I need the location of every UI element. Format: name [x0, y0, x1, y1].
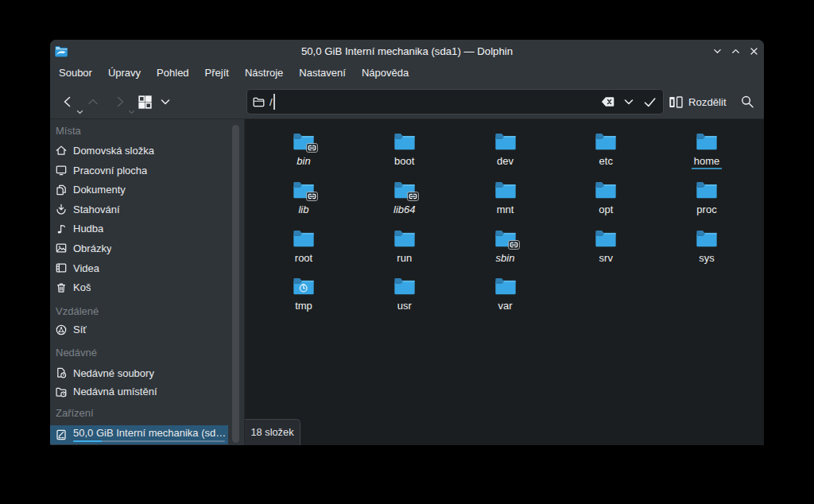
music-icon [55, 223, 68, 235]
documents-icon [55, 184, 68, 196]
close-button[interactable] [746, 43, 762, 59]
folder-label: sbin [496, 252, 515, 264]
folder-label: proc [696, 204, 716, 215]
trash-icon [55, 281, 68, 294]
chevron-down-icon [159, 95, 172, 108]
places-item[interactable]: Obrázky [50, 238, 228, 258]
folder-item-mnt[interactable]: mnt [462, 180, 549, 215]
harddisk-icon [55, 428, 68, 441]
places-item[interactable]: Nedávná umístění [50, 382, 228, 401]
places-item[interactable]: Pracovní plocha [50, 161, 228, 180]
chevron-down-icon[interactable] [622, 95, 635, 108]
places-item-label: Nedávná umístění [73, 386, 157, 397]
folder-blue-icon [393, 276, 417, 297]
folder-label: opt [599, 204, 613, 215]
places-item-label: Stahování [73, 204, 120, 215]
folder-item-usr[interactable]: usr [361, 276, 448, 312]
places-item[interactable]: Hudba [50, 219, 228, 238]
folder-blue-icon [292, 131, 316, 152]
folder-label: etc [599, 155, 613, 167]
folder-blue-icon [594, 180, 618, 200]
home-icon [55, 144, 68, 157]
symlink-emblem-icon [508, 240, 520, 250]
folder-item-sbin[interactable]: sbin [462, 228, 549, 264]
folder-item-var[interactable]: var [462, 276, 549, 312]
folder-blue-icon [594, 131, 618, 152]
menu-nastaveni[interactable]: Nastavení [291, 62, 354, 84]
maximize-button[interactable] [727, 43, 743, 59]
close-icon [749, 46, 759, 56]
chevron-down-icon [128, 110, 135, 115]
places-item-label: Síť [73, 324, 87, 335]
folder-item-run[interactable]: run [361, 228, 448, 264]
menu-upravy[interactable]: Úpravy [100, 62, 149, 84]
folder-label: boot [394, 155, 414, 167]
places-scrollbar[interactable] [232, 125, 239, 443]
folder-item-root[interactable]: root [260, 228, 347, 264]
titlebar[interactable]: 50,0 GiB Interní mechanika (sda1) — Dolp… [50, 40, 764, 62]
folder-label: mnt [497, 204, 514, 215]
places-item[interactable]: 50,0 GiB Interní mechanika (sda1) [50, 425, 228, 444]
folder-item-lib64[interactable]: lib64 [361, 180, 448, 215]
device-usage-bar [73, 440, 225, 443]
folder-item-boot[interactable]: boot [361, 131, 448, 167]
places-item[interactable]: Síť [50, 320, 228, 339]
status-bar: 18 složek [245, 419, 300, 445]
split-view-button[interactable]: Rozdělit [669, 90, 727, 114]
menu-prejit[interactable]: Přejít [197, 62, 237, 84]
places-item[interactable]: Koš [50, 278, 228, 297]
folder-label: home [692, 155, 723, 169]
location-bar[interactable]: / [246, 89, 664, 114]
menu-nastroje[interactable]: Nástroje [237, 62, 291, 84]
network-icon [55, 324, 68, 336]
chevron-right-icon [113, 95, 127, 109]
folder-blue-icon [393, 228, 417, 249]
menu-pohled[interactable]: Pohled [149, 62, 196, 84]
places-item-label: Videa [73, 262, 99, 274]
forward-button[interactable] [108, 90, 131, 114]
chevron-down-icon [712, 46, 723, 56]
places-item[interactable]: Dokumenty [50, 180, 228, 200]
places-item[interactable]: Nedávné soubory [50, 363, 228, 382]
folder-item-opt[interactable]: opt [562, 180, 649, 215]
symlink-emblem-icon [407, 192, 419, 201]
folder-item-lib[interactable]: lib [260, 180, 347, 215]
search-icon [740, 95, 754, 109]
folder-item-sys[interactable]: sys [663, 228, 750, 264]
folder-blue-icon [494, 276, 517, 297]
folder-item-etc[interactable]: etc [562, 131, 649, 167]
places-item[interactable]: Domovská složka [50, 141, 228, 160]
video-icon [55, 262, 68, 274]
folder-blue-icon [393, 131, 417, 152]
dolphin-window: 50,0 GiB Interní mechanika (sda1) — Dolp… [50, 40, 764, 445]
view-mode-button[interactable] [135, 91, 154, 112]
folder-blue-icon [292, 228, 316, 249]
folder-item-dev[interactable]: dev [462, 131, 549, 167]
clear-backspace-icon[interactable] [601, 96, 614, 107]
menu-soubor[interactable]: Soubor [51, 62, 100, 84]
places-item-label: Koš [73, 281, 91, 293]
folder-item-tmp[interactable]: tmp [260, 276, 347, 312]
text-cursor [273, 94, 275, 110]
folder-item-home[interactable]: home [663, 131, 750, 169]
location-path[interactable]: / [269, 96, 273, 108]
search-button[interactable] [737, 90, 758, 114]
folder-item-srv[interactable]: srv [562, 228, 649, 264]
places-item[interactable]: Videa [50, 258, 228, 277]
folder-icon [253, 96, 265, 107]
back-button[interactable] [56, 90, 79, 114]
places-item[interactable]: Stahování [50, 200, 228, 219]
minimize-button[interactable] [709, 43, 725, 59]
chevron-up-icon [86, 95, 100, 109]
folder-item-proc[interactable]: proc [663, 180, 750, 215]
folder-label: tmp [295, 300, 312, 312]
checkmark-icon[interactable] [643, 95, 657, 109]
view-mode-dropdown-button[interactable] [157, 91, 173, 112]
split-view-label: Rozdělit [688, 96, 727, 108]
up-button[interactable] [82, 90, 104, 114]
places-item-label: Obrázky [73, 242, 111, 254]
folder-label: bin [297, 155, 310, 167]
folder-item-bin[interactable]: bin [260, 131, 347, 167]
folder-label: var [498, 300, 512, 312]
menu-napoveda[interactable]: Nápověda [354, 62, 417, 84]
